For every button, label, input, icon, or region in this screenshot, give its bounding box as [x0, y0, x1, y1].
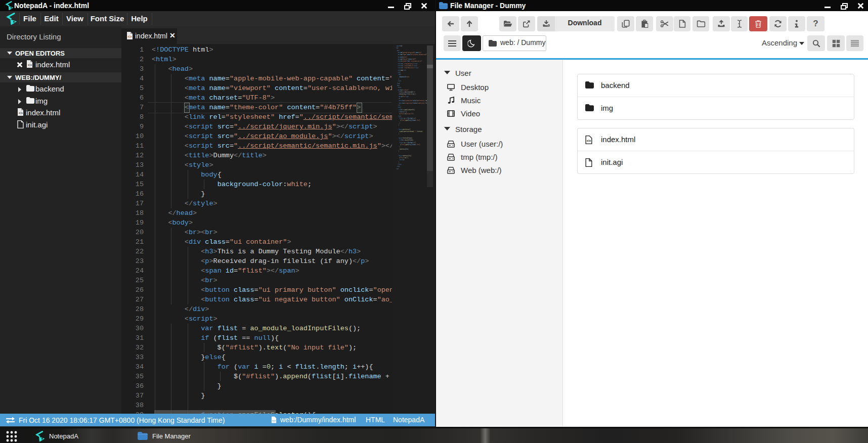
svg-text:<>: <>: [128, 35, 132, 38]
svg-text:<>: <>: [19, 111, 23, 115]
svg-text:<>: <>: [28, 63, 32, 67]
svg-text:<>: <>: [587, 139, 591, 143]
svg-text:<>: <>: [272, 419, 276, 422]
